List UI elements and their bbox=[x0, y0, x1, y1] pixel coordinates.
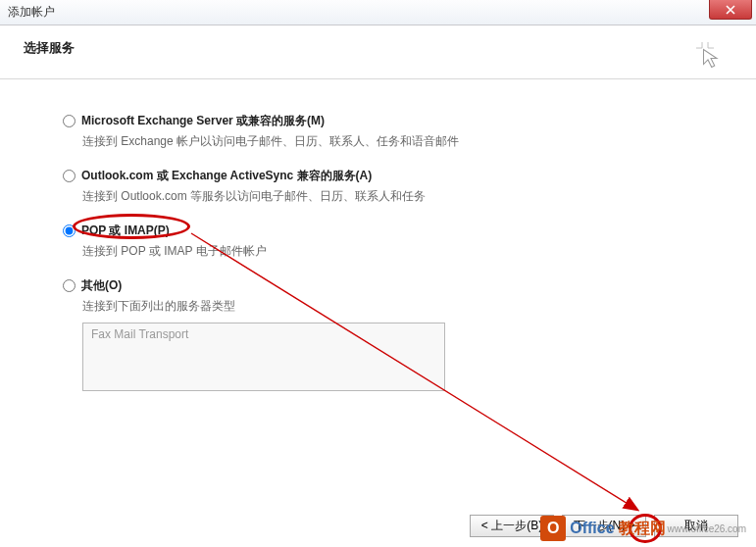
radio-outlookcom[interactable] bbox=[63, 170, 76, 182]
list-item[interactable]: Fax Mail Transport bbox=[91, 327, 436, 341]
option-other-label[interactable]: 其他(O) bbox=[81, 277, 122, 294]
next-button[interactable]: 下一步(N) > bbox=[562, 515, 646, 537]
option-outlookcom-desc: 连接到 Outlook.com 等服务以访问电子邮件、日历、联系人和任务 bbox=[82, 188, 732, 205]
option-pop-imap-desc: 连接到 POP 或 IMAP 电子邮件帐户 bbox=[82, 243, 732, 260]
wizard-icon bbox=[693, 39, 723, 69]
option-pop-imap-label[interactable]: POP 或 IMAP(P) bbox=[81, 223, 170, 239]
service-options: Microsoft Exchange Server 或兼容的服务(M) 连接到 … bbox=[0, 79, 756, 391]
option-exchange-desc: 连接到 Exchange 帐户以访问电子邮件、日历、联系人、任务和语音邮件 bbox=[82, 133, 732, 150]
radio-exchange[interactable] bbox=[63, 115, 76, 127]
close-button[interactable] bbox=[709, 0, 752, 20]
option-pop-imap: POP 或 IMAP(P) 连接到 POP 或 IMAP 电子邮件帐户 bbox=[63, 223, 732, 260]
radio-other[interactable] bbox=[63, 279, 76, 292]
option-other: 其他(O) 连接到下面列出的服务器类型 Fax Mail Transport bbox=[63, 277, 732, 391]
wizard-buttons: < 上一步(B) 下一步(N) > 取消 bbox=[470, 515, 738, 537]
other-servers-listbox[interactable]: Fax Mail Transport bbox=[82, 323, 445, 391]
option-other-desc: 连接到下面列出的服务器类型 bbox=[82, 298, 732, 315]
close-icon bbox=[726, 5, 735, 15]
option-outlookcom-label[interactable]: Outlook.com 或 Exchange ActiveSync 兼容的服务(… bbox=[81, 168, 372, 184]
radio-pop-imap[interactable] bbox=[63, 224, 76, 237]
window-title: 添加帐户 bbox=[8, 4, 55, 21]
option-exchange-label[interactable]: Microsoft Exchange Server 或兼容的服务(M) bbox=[81, 113, 325, 129]
cancel-button[interactable]: 取消 bbox=[654, 515, 738, 537]
page-title: 选择服务 bbox=[24, 39, 75, 57]
wizard-header: 选择服务 bbox=[0, 25, 756, 79]
titlebar: 添加帐户 bbox=[0, 0, 756, 25]
option-outlookcom: Outlook.com 或 Exchange ActiveSync 兼容的服务(… bbox=[63, 168, 732, 205]
option-exchange: Microsoft Exchange Server 或兼容的服务(M) 连接到 … bbox=[63, 113, 732, 150]
back-button[interactable]: < 上一步(B) bbox=[470, 515, 554, 537]
